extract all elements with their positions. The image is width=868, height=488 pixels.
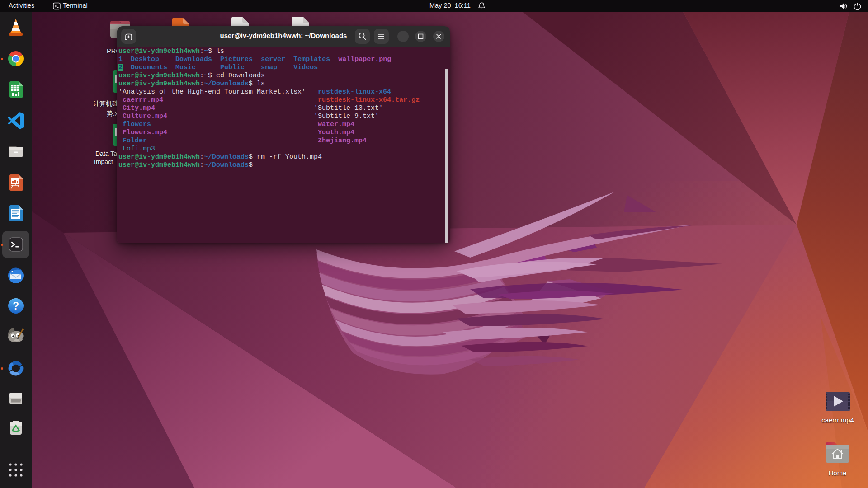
svg-text:?: ? [13,300,19,312]
